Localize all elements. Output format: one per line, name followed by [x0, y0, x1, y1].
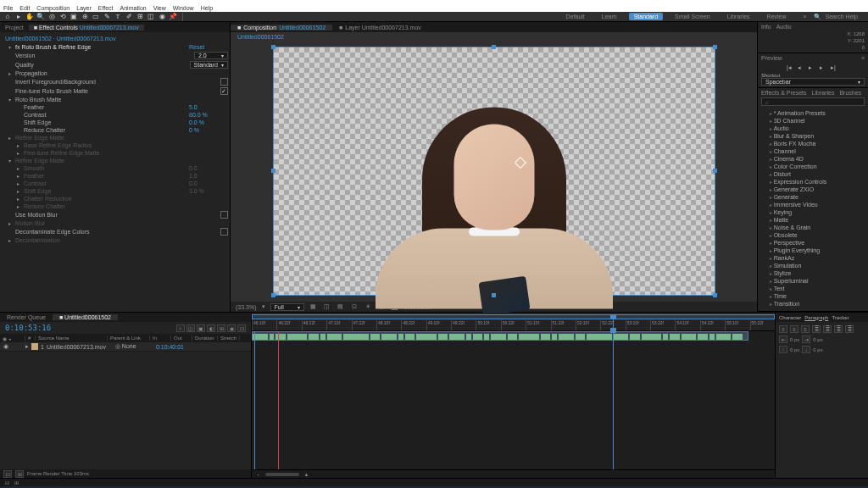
- transform-handle[interactable]: [713, 169, 717, 173]
- roto-span-segment[interactable]: [541, 334, 551, 340]
- roto-span-segment[interactable]: [405, 334, 415, 340]
- param-checkbox[interactable]: [220, 87, 228, 95]
- layer-row[interactable]: ◉ ▸ 1 Untitled00067213.mov ◎ None 0:10:4…: [0, 342, 251, 352]
- layer-color-swatch[interactable]: [31, 343, 38, 350]
- roto-span-segment[interactable]: [552, 334, 557, 340]
- search-layers-icon[interactable]: ⌕: [176, 324, 185, 332]
- roto-span-segment[interactable]: [587, 334, 611, 340]
- tab-tracker[interactable]: Tracker: [832, 315, 849, 320]
- guides-icon[interactable]: ▤: [337, 303, 345, 310]
- transform-handle[interactable]: [271, 45, 275, 49]
- roto-span-segment[interactable]: [320, 334, 326, 340]
- effects-category[interactable]: Cinema 4D: [763, 155, 863, 163]
- tab-effects-presets[interactable]: Effects & Presets: [761, 90, 807, 96]
- effects-category[interactable]: Time: [763, 292, 863, 300]
- menu-effect[interactable]: Effect: [98, 5, 114, 11]
- workspace-learn[interactable]: Learn: [597, 13, 622, 20]
- roto-span-segment[interactable]: [630, 334, 640, 340]
- roto-span-segment[interactable]: [270, 334, 275, 340]
- roto-span-segment[interactable]: [614, 334, 629, 340]
- zoom-out-icon[interactable]: −: [257, 472, 260, 477]
- effects-category[interactable]: Keying: [763, 208, 863, 216]
- effects-category[interactable]: Text: [763, 285, 863, 292]
- tab-timeline-comp[interactable]: ■ Untitled00061502: [53, 314, 118, 320]
- orbit-tool-icon[interactable]: ◎: [47, 13, 56, 21]
- effects-category[interactable]: Simulation: [763, 262, 863, 269]
- roto-span-segment[interactable]: [449, 334, 465, 340]
- effects-category[interactable]: Stylize: [763, 269, 863, 277]
- effects-category[interactable]: Channel: [763, 147, 863, 155]
- clone-tool-icon[interactable]: ⊞: [136, 13, 144, 21]
- eraser-tool-icon[interactable]: ◫: [147, 13, 155, 21]
- pan-behind-icon[interactable]: ⊕: [81, 13, 89, 21]
- roto-span-segment[interactable]: [559, 334, 574, 340]
- selection-tool-icon[interactable]: ▸: [14, 13, 23, 21]
- roto-span-segment[interactable]: [670, 334, 680, 340]
- tab-libraries[interactable]: Libraries: [812, 90, 835, 96]
- roto-span-segment[interactable]: [698, 334, 708, 340]
- menu-window[interactable]: Window: [173, 5, 194, 11]
- layer-name[interactable]: Untitled00067213.mov: [47, 344, 113, 350]
- effects-category[interactable]: * Animation Presets: [763, 109, 863, 117]
- shortcut-dropdown[interactable]: Spacebar: [761, 78, 865, 86]
- workspace-libraries[interactable]: Libraries: [722, 13, 755, 20]
- tab-brushes[interactable]: Brushes: [839, 90, 861, 96]
- justify-all-icon[interactable]: ≣: [845, 325, 854, 333]
- last-frame-icon[interactable]: ▸|: [831, 64, 839, 71]
- tab-info[interactable]: Info: [761, 24, 771, 30]
- menu-view[interactable]: View: [153, 5, 166, 11]
- effects-category[interactable]: Expression Controls: [763, 178, 863, 186]
- workspace-more-icon[interactable]: »: [798, 13, 812, 20]
- param-value[interactable]: 0 %: [186, 127, 228, 133]
- comp-flow-icon[interactable]: ◫: [186, 324, 195, 332]
- effects-category[interactable]: Utility: [763, 308, 863, 309]
- tab-composition[interactable]: ■ Composition Untitled00061502: [231, 25, 332, 30]
- tab-project[interactable]: Project: [0, 25, 29, 30]
- roto-span-segment[interactable]: [642, 334, 661, 340]
- param-checkbox[interactable]: [220, 211, 228, 219]
- tab-preview[interactable]: Preview: [761, 55, 782, 61]
- roto-span-segment[interactable]: [508, 334, 518, 340]
- zoom-in-status-icon[interactable]: ⊞: [14, 480, 19, 485]
- effects-category[interactable]: Perspective: [763, 239, 863, 247]
- composition-canvas[interactable]: [274, 47, 715, 295]
- effects-category[interactable]: Generate ZXIO: [763, 186, 863, 193]
- timeline-tracks[interactable]: 46:10f46:22f48:22f47:10f47:22f48:10f48:2…: [252, 313, 775, 478]
- roto-span-segment[interactable]: [732, 334, 743, 340]
- roto-span-segment[interactable]: [682, 334, 697, 340]
- frame-blend-icon[interactable]: ⊞: [217, 324, 225, 332]
- zoom-level[interactable]: (33.3%): [236, 304, 257, 310]
- effects-category[interactable]: Color Correction: [763, 163, 863, 170]
- mask-icon[interactable]: ◫: [323, 303, 331, 310]
- transform-handle[interactable]: [271, 169, 275, 173]
- motion-blur-icon[interactable]: ◉: [227, 324, 236, 332]
- effects-category[interactable]: Distort: [763, 170, 863, 178]
- param-dropdown[interactable]: Standard: [190, 61, 228, 69]
- effects-category[interactable]: 3D Channel: [763, 117, 863, 125]
- zoom-out-status-icon[interactable]: ⊟: [5, 480, 9, 485]
- roto-span-segment[interactable]: [576, 334, 586, 340]
- indent-left-icon[interactable]: ⇤: [779, 336, 787, 343]
- menu-edit[interactable]: Edit: [19, 5, 30, 11]
- effects-category[interactable]: Generate: [763, 193, 863, 201]
- roto-span-segment[interactable]: [663, 334, 668, 340]
- effects-category[interactable]: Transition: [763, 300, 863, 308]
- effects-search-input[interactable]: [761, 97, 865, 106]
- roto-span-segment[interactable]: [709, 334, 715, 340]
- toggle-switches-icon[interactable]: ⊡: [3, 470, 12, 478]
- tab-render-queue[interactable]: Render Queue: [0, 314, 53, 320]
- roto-brush-icon[interactable]: ◉: [158, 13, 166, 21]
- roto-span-segment[interactable]: [484, 334, 489, 340]
- next-frame-icon[interactable]: ▸: [820, 64, 828, 71]
- effects-category[interactable]: Boris FX Mocha: [763, 140, 863, 147]
- menu-animation[interactable]: Animation: [120, 5, 147, 11]
- justify-right-icon[interactable]: ≣: [834, 325, 843, 333]
- effects-category[interactable]: Superluminal: [763, 277, 863, 285]
- effects-category[interactable]: Plugin Everything: [763, 247, 863, 254]
- menu-file[interactable]: File: [3, 5, 13, 11]
- roto-span-segment[interactable]: [398, 334, 403, 340]
- roto-span-segment[interactable]: [343, 334, 368, 340]
- param-value[interactable]: 0.0 %: [186, 119, 228, 125]
- tab-paragraph[interactable]: Paragraph: [804, 315, 828, 320]
- zoom-in-icon[interactable]: ▲: [304, 472, 309, 477]
